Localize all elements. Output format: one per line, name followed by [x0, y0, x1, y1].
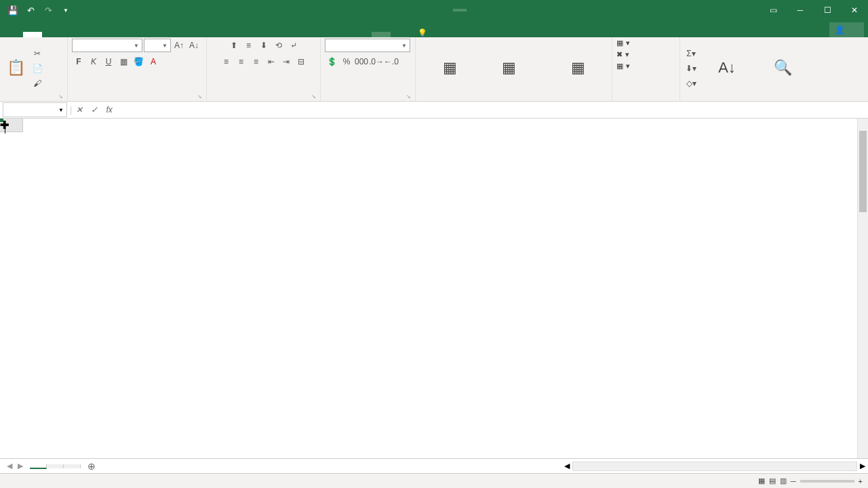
tab-seitenlayout[interactable]	[61, 32, 80, 37]
align-left-icon[interactable]: ≡	[220, 55, 233, 68]
decrease-indent-icon[interactable]: ⇤	[264, 55, 278, 68]
fill-color-icon[interactable]: 🪣	[132, 55, 145, 68]
percent-icon[interactable]: %	[340, 55, 353, 68]
ribbon-options-icon[interactable]: ▭	[760, 0, 787, 20]
redo-icon[interactable]: ↷	[41, 3, 56, 18]
close-icon[interactable]: ✕	[841, 0, 868, 20]
sheet-tab-bar: ◀ ▶ ⊕ ◀▶	[0, 458, 868, 473]
border-icon[interactable]: ▦	[117, 55, 130, 68]
tab-ueberpruefen[interactable]	[118, 32, 137, 37]
view-pagebreak-icon[interactable]: ▥	[780, 476, 787, 485]
zoom-out-icon[interactable]: ─	[791, 477, 796, 485]
sheet-nav-next-icon[interactable]: ▶	[18, 462, 23, 470]
autosum-icon[interactable]: Σ▾	[684, 47, 698, 60]
cancel-edit-icon[interactable]: ✕	[72, 105, 87, 115]
sheet-tab-3[interactable]	[64, 464, 81, 468]
view-normal-icon[interactable]: ▦	[758, 476, 765, 485]
clear-icon[interactable]: ◇▾	[684, 77, 698, 90]
font-size-combo[interactable]: ▼	[144, 39, 171, 52]
paste-button[interactable]: 📋	[4, 58, 28, 79]
share-button[interactable]: 👤	[829, 22, 864, 37]
confirm-edit-icon[interactable]: ✓	[87, 105, 102, 115]
delete-cells-button[interactable]: ✖ ▾	[616, 50, 629, 59]
copy-icon[interactable]: 📄	[31, 62, 44, 75]
group-styles	[420, 98, 608, 101]
align-top-icon[interactable]: ⬆	[227, 39, 241, 52]
align-bottom-icon[interactable]: ⬇	[257, 39, 271, 52]
decrease-decimal-icon[interactable]: ←.0	[384, 55, 398, 68]
tab-einfuegen[interactable]	[42, 32, 61, 37]
group-alignment: ↘	[211, 98, 316, 101]
formula-bar: ▼ | ✕ ✓ fx	[0, 102, 868, 119]
font-color-icon[interactable]: A	[146, 55, 160, 68]
grow-font-icon[interactable]: A↑	[172, 39, 186, 52]
format-painter-icon[interactable]: 🖌	[31, 77, 44, 90]
group-number: ↘	[325, 98, 411, 101]
ribbon: 📋 ✂ 📄 🖌 ↘ ▼ ▼ A↑ A↓ F K U ▦ 🪣 A	[0, 37, 868, 102]
increase-indent-icon[interactable]: ⇥	[279, 55, 293, 68]
align-center-icon[interactable]: ≡	[235, 55, 248, 68]
shrink-font-icon[interactable]: A↓	[187, 39, 201, 52]
increase-decimal-icon[interactable]: .0→	[370, 55, 383, 68]
comma-icon[interactable]: 000	[355, 55, 368, 68]
fill-icon[interactable]: ⬇▾	[684, 62, 698, 75]
font-name-combo[interactable]: ▼	[72, 39, 142, 52]
tab-formeln[interactable]	[80, 32, 99, 37]
tab-start[interactable]	[23, 32, 42, 37]
sheet-nav-prev-icon[interactable]: ◀	[7, 462, 12, 470]
save-icon[interactable]: 💾	[5, 3, 20, 18]
cut-icon[interactable]: ✂	[31, 47, 44, 60]
undo-icon[interactable]: ↶	[23, 3, 38, 18]
align-middle-icon[interactable]: ≡	[242, 39, 256, 52]
orientation-icon[interactable]: ⟲	[272, 39, 285, 52]
fx-icon[interactable]: fx	[102, 105, 117, 115]
minimize-icon[interactable]: ─	[787, 0, 814, 20]
find-select-button[interactable]: 🔍	[756, 58, 809, 79]
table-tools-label	[453, 9, 467, 12]
title-bar: 💾 ↶ ↷ ▼ ▭ ─ ☐ ✕	[0, 0, 868, 20]
bold-button[interactable]: F	[72, 55, 85, 68]
tab-entwurf[interactable]	[372, 32, 391, 37]
cell-styles-button[interactable]: ▦	[538, 58, 618, 79]
add-sheet-button[interactable]: ⊕	[81, 461, 102, 472]
format-cells-button[interactable]: ▦ ▾	[616, 62, 630, 70]
view-pagelayout-icon[interactable]: ▤	[769, 476, 776, 485]
group-font: ↘	[72, 98, 202, 101]
insert-cells-button[interactable]: ▦ ▾	[616, 39, 630, 47]
horizontal-scrollbar[interactable]: ◀▶	[561, 462, 868, 471]
sheet-tab-2[interactable]	[47, 464, 64, 468]
sign-in[interactable]	[814, 27, 825, 33]
zoom-in-icon[interactable]: +	[859, 477, 863, 485]
wrap-text-icon[interactable]: ⤶	[287, 39, 300, 52]
select-all-triangle[interactable]	[0, 119, 23, 132]
merge-icon[interactable]: ⊟	[294, 55, 308, 68]
tab-datei[interactable]	[4, 32, 23, 37]
worksheet-grid[interactable]: ✚	[0, 119, 868, 461]
underline-button[interactable]: U	[102, 55, 115, 68]
zoom-slider[interactable]	[800, 480, 854, 483]
group-cells	[616, 98, 675, 101]
maximize-icon[interactable]: ☐	[814, 0, 841, 20]
italic-button[interactable]: K	[87, 55, 100, 68]
conditional-formatting-button[interactable]: ▦	[420, 58, 479, 79]
name-box[interactable]: ▼	[3, 102, 67, 117]
group-editing	[684, 98, 812, 101]
status-bar: ▦ ▤ ▥ ─ +	[0, 473, 868, 488]
tab-daten[interactable]	[99, 32, 118, 37]
sheet-tab-1[interactable]	[30, 464, 47, 469]
qat-dropdown-icon[interactable]: ▼	[58, 3, 73, 18]
ribbon-tabs: 💡 👤	[0, 20, 868, 37]
vertical-scrollbar[interactable]	[857, 119, 868, 458]
sort-filter-button[interactable]: A↓	[701, 58, 753, 79]
number-format-combo[interactable]: ▼	[325, 39, 410, 52]
group-clipboard: ↘	[4, 98, 63, 101]
currency-icon[interactable]: 💲	[325, 55, 338, 68]
format-as-table-button[interactable]: ▦	[482, 58, 535, 79]
tab-powerpivot[interactable]	[156, 32, 175, 37]
align-right-icon[interactable]: ≡	[250, 55, 263, 68]
tell-me[interactable]: 💡	[418, 28, 430, 37]
tab-ansicht[interactable]	[137, 32, 156, 37]
